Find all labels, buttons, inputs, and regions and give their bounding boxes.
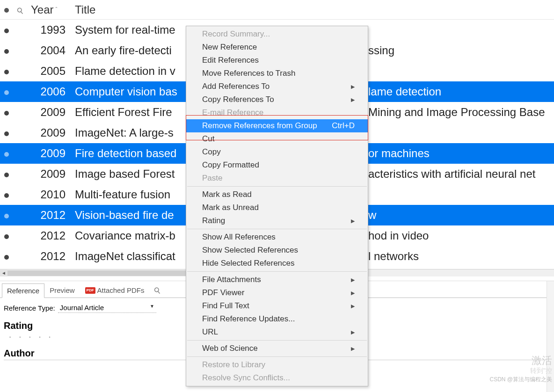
sort-asc-icon: ˆ [56,7,58,13]
submenu-arrow-icon: ▶ [351,218,355,224]
year-cell: 2009 [27,106,72,119]
header-read-status[interactable] [0,3,13,16]
menu-separator [187,356,367,357]
read-status-dot [0,102,13,123]
read-status-dot [0,184,13,205]
submenu-arrow-icon: ▶ [351,303,355,309]
year-cell: 2009 [27,147,72,160]
pdf-icon: PDF [85,287,95,294]
paperclip-icon: ⚲ [152,284,163,296]
header-title-label: Title [75,3,95,16]
menu-item-label: Mark as Read [202,190,252,199]
menu-item-remove-references-from-group[interactable]: Remove References from GroupCtrl+D [186,119,368,132]
menu-item-move-references-to-trash[interactable]: Move References to Trash [186,67,368,80]
year-cell: 2010 [27,188,72,201]
menu-item-label: E-mail Reference [202,108,263,117]
submenu-arrow-icon: ▶ [351,346,355,352]
menu-item-find-full-text[interactable]: Find Full Text▶ [186,299,368,312]
menu-item-label: Show Selected References [202,246,298,255]
menu-item-label: Remove References from Group [202,121,317,131]
menu-separator [187,229,367,229]
activate-windows-text: 激活 [532,354,552,368]
menu-item-label: Move References to Trash [202,69,295,78]
submenu-arrow-icon: ▶ [351,329,355,335]
menu-item-label: Record Summary... [202,29,270,39]
menu-item-cut[interactable]: Cut [186,132,368,145]
menu-item-add-references-to[interactable]: Add References To▶ [186,80,368,93]
reference-type-label: Reference Type: [4,304,55,312]
scroll-thumb[interactable] [7,270,192,276]
paperclip-icon: ⚲ [15,5,26,16]
menu-item-label: Copy [202,147,221,157]
year-cell: 2012 [27,229,72,242]
tab-attachments-icon[interactable]: ⚲ [149,282,166,299]
year-cell: 2012 [27,250,72,263]
menu-item-e-mail-reference: E-mail Reference [186,106,368,119]
tab-reference[interactable]: Reference [2,283,44,298]
menu-item-show-selected-references[interactable]: Show Selected References [186,244,368,257]
year-cell: 1993 [27,23,72,36]
menu-item-rating[interactable]: Rating▶ [186,214,368,227]
submenu-arrow-icon: ▶ [351,97,355,103]
header-year[interactable]: Yearˆ [27,3,72,16]
context-menu: Record Summary...New ReferenceEdit Refer… [186,26,368,386]
menu-item-label: New Reference [202,43,257,52]
menu-item-label: Restore to Library [202,360,265,370]
menu-item-pdf-viewer[interactable]: PDF Viewer▶ [186,286,368,299]
menu-item-mark-as-read[interactable]: Mark as Read [186,188,368,201]
menu-item-label: Paste [202,174,222,183]
menu-item-show-all-references[interactable]: Show All References [186,231,368,244]
menu-item-label: URL [202,327,218,337]
menu-item-file-attachments[interactable]: File Attachments▶ [186,273,368,286]
read-status-dot [0,20,13,40]
read-status-dot [0,143,13,164]
read-status-dot [0,40,13,61]
menu-item-mark-as-unread[interactable]: Mark as Unread [186,201,368,214]
scroll-left-arrow[interactable]: ◄ [0,270,7,276]
submenu-arrow-icon: ▶ [351,84,355,90]
reference-type-value: Journal Article [60,304,104,312]
csdn-watermark: CSDN @算法与编程之美 [489,376,552,384]
menu-item-hide-selected-references[interactable]: Hide Selected References [186,257,368,270]
menu-item-copy[interactable]: Copy [186,145,368,159]
menu-item-label: Cut [202,134,214,144]
submenu-arrow-icon: ▶ [351,290,355,296]
menu-item-find-reference-updates[interactable]: Find Reference Updates... [186,312,368,326]
menu-item-edit-references[interactable]: Edit References [186,54,368,67]
tab-attached-pdfs[interactable]: PDFAttached PDFs [80,283,150,298]
read-status-dot [0,61,13,81]
year-cell: 2012 [27,209,72,222]
menu-item-label: Add References To [202,82,270,91]
year-cell: 2006 [27,85,72,98]
menu-separator [187,186,367,187]
dropdown-caret-icon: ▼ [150,304,154,312]
activate-windows-sub: 转到"控 [530,367,552,375]
menu-separator [187,340,367,341]
menu-item-new-reference[interactable]: New Reference [186,41,368,54]
read-status-dot [0,123,13,143]
year-cell: 2009 [27,126,72,139]
header-attachment[interactable]: ⚲ [13,3,27,16]
header-title[interactable]: Title [72,3,554,16]
table-header: ⚲ Yearˆ Title [0,0,554,20]
menu-item-label: Web of Science [202,344,258,353]
reference-type-dropdown[interactable]: Journal Article ▼ [58,303,156,313]
read-status-dot [0,246,13,267]
menu-item-web-of-science[interactable]: Web of Science▶ [186,342,368,355]
menu-item-record-summary: Record Summary... [186,28,368,41]
menu-item-copy-references-to[interactable]: Copy References To▶ [186,93,368,106]
read-status-dot [0,205,13,225]
menu-item-label: Edit References [202,56,259,65]
year-cell: 2009 [27,167,72,181]
menu-item-label: Rating [202,216,225,225]
menu-item-label: Resolve Sync Conflicts... [202,373,290,383]
menu-item-label: Copy Formatted [202,160,259,170]
tab-preview[interactable]: Preview [44,283,80,298]
year-cell: 2005 [27,65,72,78]
menu-item-shortcut: Ctrl+D [332,121,355,131]
header-year-label: Year [31,3,54,16]
menu-item-resolve-sync-conflicts: Resolve Sync Conflicts... [186,371,368,385]
menu-item-url[interactable]: URL▶ [186,326,368,339]
menu-item-copy-formatted[interactable]: Copy Formatted [186,159,368,172]
menu-item-label: Find Full Text [202,301,249,311]
